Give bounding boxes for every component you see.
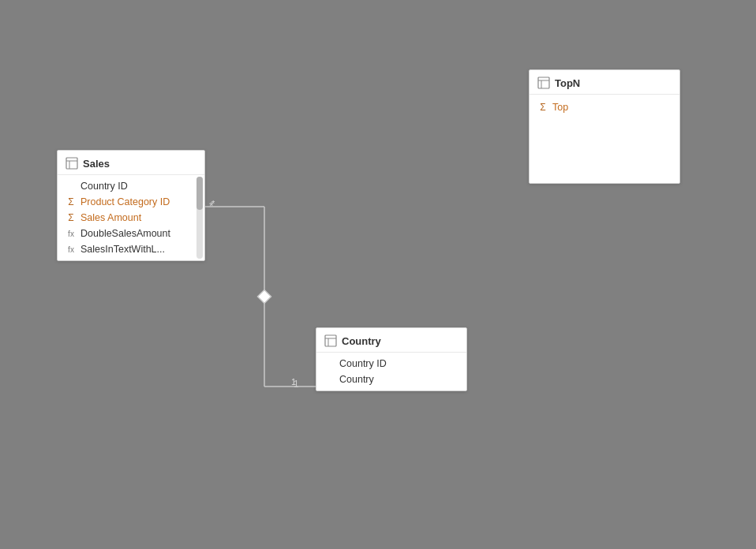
table-row[interactable]: Country <box>316 372 466 387</box>
table-row[interactable]: Country ID <box>316 356 466 372</box>
country-table-title: Country <box>342 335 381 347</box>
sigma-icon: Σ <box>65 196 77 207</box>
field-name: Product Category ID <box>80 196 170 207</box>
field-name: Country <box>339 374 374 385</box>
calc-icon: fx <box>65 228 77 239</box>
diagram-canvas: * 1 Sales Country ID Σ Product Category … <box>0 0 756 549</box>
topn-table-header[interactable]: TopN <box>530 70 679 95</box>
sales-table-title: Sales <box>83 158 110 170</box>
field-name: Top <box>552 102 568 113</box>
svg-rect-4 <box>66 158 77 169</box>
country-table-header[interactable]: Country <box>316 328 466 353</box>
no-icon <box>65 181 77 192</box>
field-name: SalesInTextWithL... <box>80 244 165 255</box>
table-row[interactable]: Country ID <box>58 178 204 194</box>
table-row[interactable]: fx DoubleSalesAmount <box>58 226 204 241</box>
sales-table-card: Sales Country ID Σ Product Category ID Σ… <box>57 150 205 261</box>
no-icon <box>324 374 335 385</box>
sales-table-body: Country ID Σ Product Category ID Σ Sales… <box>58 175 204 260</box>
table-icon <box>537 77 550 89</box>
country-table-body: Country ID Country <box>316 353 466 390</box>
topn-table-card: TopN Σ Top <box>529 69 680 184</box>
scrollbar-track[interactable] <box>196 177 203 259</box>
no-icon <box>324 358 335 369</box>
sigma-icon: Σ <box>65 212 77 223</box>
field-name: Country ID <box>339 358 387 369</box>
country-table-card: Country Country ID Country <box>316 327 467 391</box>
topn-table-body: Σ Top <box>530 95 679 120</box>
table-row[interactable]: Σ Product Category ID <box>58 194 204 210</box>
table-icon <box>324 334 337 347</box>
sales-table-header[interactable]: Sales <box>58 151 204 175</box>
field-name: Sales Amount <box>80 212 141 223</box>
cardinality-many: * <box>209 200 213 212</box>
svg-rect-10 <box>538 77 549 88</box>
svg-rect-7 <box>325 335 336 346</box>
table-row[interactable]: Σ Top <box>530 99 679 115</box>
cardinality-one: 1 <box>294 379 299 390</box>
field-name: Country ID <box>80 181 128 192</box>
sigma-icon: Σ <box>537 102 548 113</box>
scrollbar-thumb <box>196 177 203 210</box>
table-icon <box>65 157 78 170</box>
calc-icon: fx <box>65 244 77 255</box>
table-row[interactable]: fx SalesInTextWithL... <box>58 241 204 257</box>
table-row[interactable]: Σ Sales Amount <box>58 210 204 226</box>
topn-table-title: TopN <box>555 77 580 89</box>
field-name: DoubleSalesAmount <box>80 228 170 239</box>
svg-rect-3 <box>258 290 271 304</box>
